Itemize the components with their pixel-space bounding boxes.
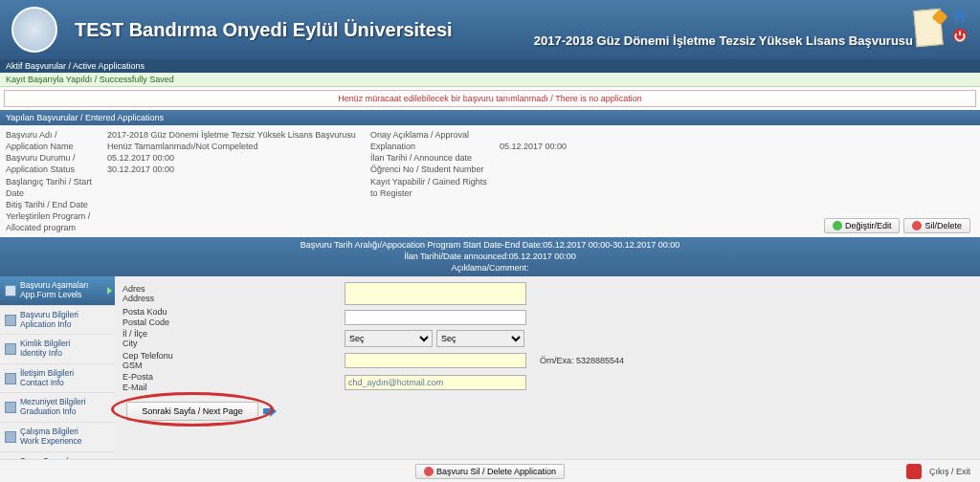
sidebar-item-work[interactable]: Çalışma BilgileriWork Experience: [0, 423, 115, 452]
delete-app-icon: [424, 467, 434, 476]
address-input[interactable]: [345, 282, 526, 305]
identity-icon: [5, 343, 16, 355]
status-warning: Henüz müracaat edilebilecek bir başvuru …: [4, 90, 976, 107]
power-icon[interactable]: [951, 27, 969, 44]
label-gsm: Cep TelefonuGSM: [122, 351, 345, 371]
email-input[interactable]: [345, 375, 526, 390]
home-icon[interactable]: [951, 8, 969, 25]
edit-icon: [833, 221, 842, 230]
form-panel: AdresAddress Posta KoduPostal Code İl / …: [115, 276, 980, 482]
label-end-date: Bitiş Tarihi / End Date: [6, 199, 96, 210]
work-icon: [5, 431, 16, 443]
section-header-entered: Yapılan Başvurular / Entered Application…: [0, 110, 980, 125]
label-allocated: Yerleştirilen Program / Allocated progra…: [6, 210, 96, 233]
label-approval: Onay Açıklama / Approval Explanation: [370, 129, 488, 152]
info-strip: Başvuru Tarih Aralığı/Appocation Program…: [0, 237, 980, 276]
application-icon: [5, 315, 16, 326]
label-city: İl / İlçeCity: [122, 329, 345, 349]
label-start-date: Başlangıç Tarihi / Start Date: [6, 176, 96, 199]
label-postal: Posta KoduPostal Code: [122, 307, 345, 327]
label-gained-rights: Kayıt Yapabilir / Gained Rights to Regis…: [370, 176, 488, 199]
sidebar-item-levels[interactable]: Başvuru AşamalarıApp.Form Levels: [0, 276, 115, 306]
graduation-icon: [5, 402, 16, 413]
sidebar-item-graduation[interactable]: Mezuniyet BilgileriGraduation Info: [0, 393, 115, 423]
value-end-date: 30.12.2017 00:00: [107, 164, 359, 175]
header-subtitle: 2017-2018 Güz Dönemi İşletme Tezsiz Yüks…: [534, 33, 913, 48]
district-select[interactable]: Seç: [436, 330, 524, 347]
sidebar-item-identity[interactable]: Kimlik BilgileriIdentity Info: [0, 335, 115, 364]
footer-bar: Başvuru Sil / Delete Application Çıkış /…: [0, 459, 980, 482]
delete-icon: [912, 221, 922, 230]
exit-link[interactable]: Çıkış / Exit: [929, 467, 970, 476]
next-arrow-icon: [261, 405, 277, 418]
edit-button[interactable]: Değiştir/Edit: [824, 218, 901, 233]
value-app-status: Henüz Tamamlanmadı/Not Compeleted: [107, 141, 359, 152]
application-details: Başvuru Adı / Application Name Başvuru D…: [0, 125, 980, 237]
label-app-name: Başvuru Adı / Application Name: [6, 129, 96, 152]
delete-button[interactable]: Sil/Delete: [903, 218, 970, 233]
province-select[interactable]: Seç: [345, 330, 433, 347]
contact-icon: [5, 373, 16, 384]
label-address: AdresAddress: [122, 284, 345, 304]
label-app-status: Başvuru Durumu / Application Status: [6, 152, 96, 175]
notepad-icon: [913, 9, 943, 47]
header-title: TEST Bandırma Onyedi Eylül Üniversitesi: [75, 19, 453, 41]
delete-application-button[interactable]: Başvuru Sil / Delete Application: [415, 464, 565, 479]
value-start-date: 05.12.2017 00:00: [107, 152, 359, 164]
levels-icon: [5, 285, 16, 296]
gsm-input[interactable]: [345, 353, 526, 368]
app-header: TEST Bandırma Onyedi Eylül Üniversitesi …: [0, 0, 980, 59]
sidebar-item-contact[interactable]: İletişim BilgileriContact Info: [0, 364, 115, 394]
university-logo: [11, 7, 57, 53]
sidebar-item-application-info[interactable]: Başvuru BilgileriAplication Info: [0, 306, 115, 336]
label-student-no: Öğrenci No / Student Number: [370, 164, 488, 175]
stop-icon[interactable]: [906, 464, 922, 479]
value-announce: 05.12.2017 00:00: [500, 141, 660, 152]
postal-input[interactable]: [345, 310, 526, 325]
status-success: Kayıt Başarıyla Yapıldı / Successfully S…: [0, 73, 980, 87]
gsm-example: Örn/Exa: 5328885544: [540, 356, 624, 365]
breadcrumb: Aktif Başvurular / Active Applications: [0, 59, 980, 73]
value-app-name: 2017-2018 Güz Dönemi İşletme Tezsiz Yüks…: [107, 129, 359, 141]
label-email: E-PostaE-Mail: [122, 372, 345, 392]
sidebar: Başvuru AşamalarıApp.Form Levels Başvuru…: [0, 276, 115, 482]
label-announce: İlan Tarihi / Announce date: [370, 152, 488, 164]
next-page-button[interactable]: Sonraki Sayfa / Next Page: [126, 402, 258, 421]
